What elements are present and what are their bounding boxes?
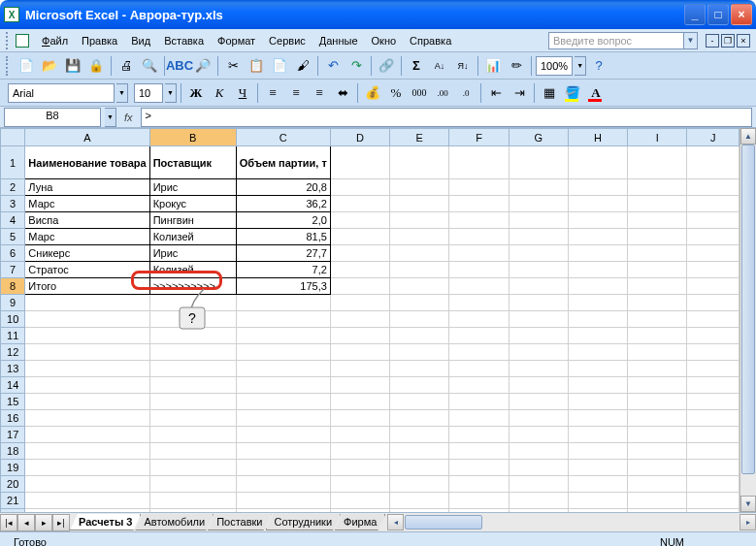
align-left-icon[interactable]: ≡ [262, 82, 283, 104]
row-header-11[interactable]: 11 [1, 328, 25, 344]
row-header-20[interactable]: 20 [1, 476, 25, 493]
tab-last-icon[interactable]: ▸| [52, 514, 70, 531]
cell-A8[interactable]: Итого [25, 278, 149, 295]
cell-E12[interactable] [390, 344, 449, 361]
fx-icon[interactable]: fx [116, 112, 141, 123]
cell-B13[interactable] [149, 361, 236, 377]
cell-E20[interactable] [390, 476, 449, 493]
sheet-tab[interactable]: Фирма [335, 514, 385, 530]
cell-D7[interactable] [330, 262, 389, 278]
cell-E13[interactable] [390, 361, 449, 377]
cell-F9[interactable] [449, 295, 509, 311]
menu-help[interactable]: Справка [403, 33, 458, 48]
cell-A2[interactable]: Луна [25, 179, 149, 196]
row-header-16[interactable]: 16 [1, 410, 25, 427]
cell-I13[interactable] [628, 361, 687, 377]
cell-E3[interactable] [390, 196, 449, 212]
cell-G7[interactable] [509, 262, 568, 278]
cell-B20[interactable] [149, 476, 236, 493]
toolbar-handle[interactable] [6, 32, 12, 49]
window-maximize-button[interactable]: □ [707, 4, 729, 25]
cell-A16[interactable] [25, 410, 149, 427]
cell-I12[interactable] [628, 344, 687, 361]
sheet-tab[interactable]: Автомобили [135, 514, 214, 530]
row-header-19[interactable]: 19 [1, 460, 25, 476]
drawing-icon[interactable]: ✏ [506, 55, 527, 77]
cell-F5[interactable] [449, 229, 509, 245]
cell-F15[interactable] [449, 394, 509, 410]
font-name-box[interactable]: Arial [8, 83, 115, 103]
cell-E9[interactable] [390, 295, 449, 311]
cell-E2[interactable] [390, 179, 449, 196]
cell-C9[interactable] [236, 295, 330, 311]
row-header-17[interactable]: 17 [1, 427, 25, 443]
cell-A12[interactable] [25, 344, 149, 361]
cell-I4[interactable] [628, 212, 687, 229]
cell-F2[interactable] [449, 179, 509, 196]
cell-H22[interactable] [568, 509, 627, 513]
cell-C14[interactable] [236, 377, 330, 394]
cell-H16[interactable] [568, 410, 627, 427]
cell-I3[interactable] [628, 196, 687, 212]
cell-A9[interactable] [25, 295, 149, 311]
namebox-dropdown-icon[interactable]: ▼ [105, 108, 116, 127]
row-header-15[interactable]: 15 [1, 394, 25, 410]
scroll-down-icon[interactable]: ▼ [740, 496, 756, 512]
scroll-left-icon[interactable]: ◂ [387, 514, 404, 530]
cell-C11[interactable] [236, 328, 330, 344]
cell-A20[interactable] [25, 476, 149, 493]
row-header-13[interactable]: 13 [1, 361, 25, 377]
cell-I16[interactable] [628, 410, 687, 427]
cut-icon[interactable]: ✂ [222, 55, 244, 77]
cell-F22[interactable] [449, 509, 509, 513]
cell-G1[interactable] [509, 146, 568, 179]
cell-C13[interactable] [236, 361, 330, 377]
cell-I6[interactable] [628, 245, 687, 262]
cell-G9[interactable] [509, 295, 568, 311]
cell-A4[interactable]: Виспа [25, 212, 149, 229]
cell-B2[interactable]: Ирис [149, 179, 236, 196]
cell-G3[interactable] [509, 196, 568, 212]
decrease-indent-icon[interactable]: ⇤ [485, 82, 507, 104]
increase-decimal-icon[interactable]: .00 [432, 82, 453, 104]
cell-E14[interactable] [390, 377, 449, 394]
cell-B10[interactable] [149, 311, 236, 328]
decrease-decimal-icon[interactable]: .0 [455, 82, 477, 104]
cell-F1[interactable] [449, 146, 509, 179]
cell-J3[interactable] [687, 196, 740, 212]
doc-restore-button[interactable]: ❐ [721, 34, 735, 48]
font-size-box[interactable]: 10 [134, 83, 163, 103]
cell-B14[interactable] [149, 377, 236, 394]
cell-E10[interactable] [390, 311, 449, 328]
cell-E21[interactable] [390, 493, 449, 509]
cell-F21[interactable] [449, 493, 509, 509]
sheet-tab-active[interactable]: Расчеты 3 [70, 514, 141, 530]
cell-A17[interactable] [25, 427, 149, 443]
zoom-dropdown-icon[interactable]: ▼ [575, 56, 586, 76]
cell-I7[interactable] [628, 262, 687, 278]
cell-G14[interactable] [509, 377, 568, 394]
font-color-icon[interactable]: A [585, 82, 607, 104]
cell-C21[interactable] [236, 493, 330, 509]
cell-C2[interactable]: 20,8 [236, 179, 330, 196]
align-right-icon[interactable]: ≡ [309, 82, 330, 104]
cell-I10[interactable] [628, 311, 687, 328]
cell-F14[interactable] [449, 377, 509, 394]
cell-G18[interactable] [509, 443, 568, 460]
scroll-thumb[interactable] [741, 145, 755, 474]
sheet-tab[interactable]: Поставки [208, 514, 271, 530]
cell-D15[interactable] [330, 394, 389, 410]
increase-indent-icon[interactable]: ⇥ [509, 82, 530, 104]
cell-B8[interactable]: >>>>>>>>>> [149, 278, 236, 295]
autosum-icon[interactable]: Σ [406, 55, 427, 77]
cell-C7[interactable]: 7,2 [236, 262, 330, 278]
cell-E16[interactable] [390, 410, 449, 427]
cell-D2[interactable] [330, 179, 389, 196]
cell-D5[interactable] [330, 229, 389, 245]
cell-E7[interactable] [390, 262, 449, 278]
cell-C4[interactable]: 2,0 [236, 212, 330, 229]
cell-C20[interactable] [236, 476, 330, 493]
cell-A11[interactable] [25, 328, 149, 344]
cell-C10[interactable] [236, 311, 330, 328]
cell-J9[interactable] [687, 295, 740, 311]
